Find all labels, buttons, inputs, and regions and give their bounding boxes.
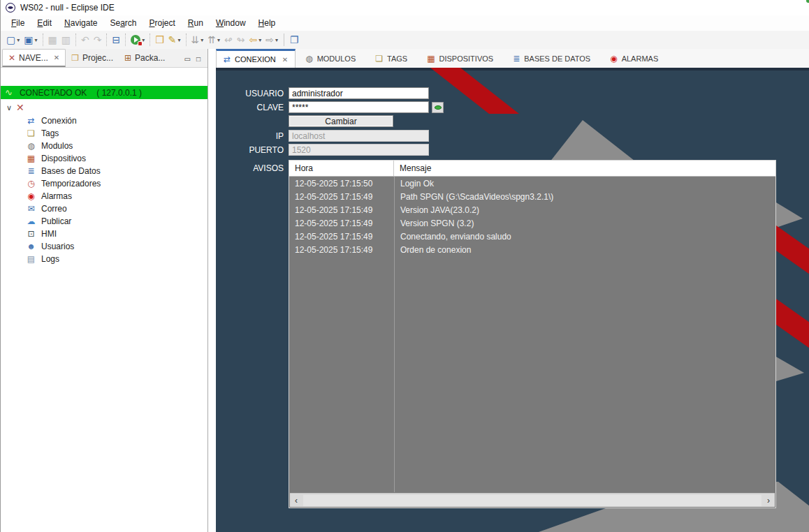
previous-annotation-button[interactable]: ⇈▾ [206,32,221,47]
menu-search[interactable]: Search [103,17,143,29]
tab-modulos[interactable]: ◍MODULOS [296,49,365,68]
open-folder-button[interactable]: ❒ [154,32,166,47]
avisos-header: Hora Mensaje [289,161,775,177]
logs-icon: ▤ [26,254,36,264]
tab-label: Projec... [82,53,113,63]
toolbar-separator [150,34,150,46]
timer-icon: ◷ [26,179,36,189]
puerto-input[interactable] [289,144,429,156]
tree-item-conexion[interactable]: ⇄Conexión [1,114,207,127]
close-icon[interactable]: ✕ [54,54,59,61]
tree-item-dispositivos[interactable]: ▦Dispositivos [1,152,207,165]
chevron-down-icon[interactable]: ▾ [275,37,278,43]
forward-button[interactable]: ⇨▾ [264,32,279,47]
tab-label: TAGS [387,54,407,63]
tab-tags[interactable]: ❏TAGS [365,49,417,68]
tab-alarmas[interactable]: ◉ALARMAS [600,49,668,68]
panel-sash[interactable] [208,49,216,532]
avisos-row[interactable]: 12-05-2025 17:15:49Version SPGN (3.2) [289,216,775,230]
user-icon: ☻ [26,242,36,251]
tab-conexion[interactable]: ⇄ CONEXION ✕ [216,49,296,68]
ip-input[interactable] [289,130,429,142]
tab-label: DISPOSITIVOS [439,54,494,63]
menu-window[interactable]: Window [210,17,252,29]
forward-history-icon: ↬ [237,35,245,45]
new-wizard-button[interactable]: ▣▾ [22,32,38,47]
window-title: WS02 - null - Eclipse IDE [20,3,115,13]
tree-item-label: Logs [41,254,59,264]
cell-mensaje: Version JAVA(23.0.2) [394,205,775,215]
menu-edit[interactable]: Edit [31,17,58,29]
menu-navigate[interactable]: Navigate [58,17,103,29]
tree-item-temporizadores[interactable]: ◷Temporizadores [1,177,207,190]
menu-file[interactable]: File [5,17,31,29]
run-button[interactable]: ▾ [129,32,146,47]
menu-help[interactable]: Help [252,17,282,29]
tree-item-publicar[interactable]: ☁Publicar [1,215,207,228]
close-icon[interactable]: ✕ [282,56,288,64]
chevron-down-icon[interactable]: ▾ [258,37,261,43]
avisos-row[interactable]: 12-05-2025 17:15:49Conectando, enviando … [289,230,775,243]
view-window-buttons: ▭ □ [184,55,208,67]
tree-root[interactable]: ∨ ✕ [1,101,207,114]
chevron-down-icon[interactable]: ▾ [217,37,220,43]
scroll-left-icon[interactable]: ‹ [290,496,303,505]
chevron-down-icon[interactable]: ▾ [17,37,20,43]
format-brush-button[interactable]: ✎▾ [167,32,182,47]
save-button[interactable]: ▦ [47,32,59,47]
new-button[interactable]: ▢▾ [5,32,21,47]
save-all-button[interactable]: ▥ [60,32,72,47]
tab-navegador[interactable]: ✕ NAVE... ✕ [2,49,66,67]
console-button[interactable]: ⊟ [110,32,122,47]
undo-button[interactable]: ↶ [80,32,91,47]
forward-history-button[interactable]: ↬ [235,32,247,47]
back-button[interactable]: ⇦▾ [247,32,263,47]
tree-item-usuarios[interactable]: ☻Usuarios [1,240,207,253]
tab-bases-de-datos[interactable]: ≣BASES DE DATOS [503,49,600,68]
scroll-right-icon[interactable]: › [762,496,775,505]
menu-run[interactable]: Run [182,17,210,29]
tree-item-modulos[interactable]: ◍Modulos [1,140,207,152]
chevron-down-icon[interactable]: ▾ [34,37,37,43]
tab-dispositivos[interactable]: ▦DISPOSITIVOS [417,49,503,68]
chevron-down-icon[interactable]: ∨ [6,103,12,112]
horizontal-scrollbar[interactable]: ‹ › [290,493,775,507]
clave-input[interactable] [289,101,429,113]
tree-item-tags[interactable]: ❏Tags [1,127,207,140]
package-icon: ⊞ [124,53,131,63]
tree-item-label: Usuarios [41,242,74,251]
tree-item-logs[interactable]: ▤Logs [1,253,207,265]
tree-item-alarmas[interactable]: ◉Alarmas [1,190,207,202]
avisos-row[interactable]: 12-05-2025 17:15:49Path SPGN (G:\ScadaVi… [289,190,775,203]
cambiar-button[interactable]: Cambiar [289,115,393,127]
avisos-row[interactable]: 12-05-2025 17:15:49Orden de conexion [289,243,775,256]
minimize-icon[interactable]: ▭ [184,55,191,63]
menu-project[interactable]: Project [143,17,181,29]
tree-item-hmi[interactable]: ⊡HMI [1,228,207,240]
maximize-icon[interactable]: □ [196,55,201,63]
tab-package-explorer[interactable]: ⊞ Packa... [119,49,170,67]
back-history-button[interactable]: ↫ [223,32,234,47]
avisos-row[interactable]: 12-05-2025 17:15:49Version JAVA(23.0.2) [289,203,775,216]
open-folder-icon: ❒ [155,35,164,45]
editor-area: ⇄ CONEXION ✕ ◍MODULOS ❏TAGS ▦DISPOSITIVO… [216,49,809,532]
cloud-publish-icon: ☁ [26,216,36,226]
toolbar-separator [106,34,107,46]
avisos-row[interactable]: 12-05-2025 17:15:50Login Ok [289,177,775,190]
scrollbar-track[interactable] [303,495,761,506]
tab-project-explorer[interactable]: ❒ Projec... [66,49,119,67]
chevron-down-icon[interactable]: ▾ [177,37,180,43]
show-password-button[interactable] [432,102,444,113]
tree-item-bases-de-datos[interactable]: ≣Bases de Datos [1,165,207,177]
redo-button[interactable]: ↷ [92,32,103,47]
column-header-mensaje[interactable]: Mensaje [394,161,775,176]
last-edit-location-button[interactable]: ❐ [289,32,300,47]
column-header-hora[interactable]: Hora [289,161,394,176]
next-annotation-button[interactable]: ⇊▾ [190,32,205,47]
usuario-label: USUARIO [216,88,284,99]
chevron-down-icon[interactable]: ▾ [201,37,203,43]
tree-item-label: Modulos [41,141,73,151]
tree-item-correo[interactable]: ✉Correo [1,202,207,215]
usuario-input[interactable] [289,87,429,99]
avisos-body: 12-05-2025 17:15:50Login Ok 12-05-2025 1… [289,177,775,492]
